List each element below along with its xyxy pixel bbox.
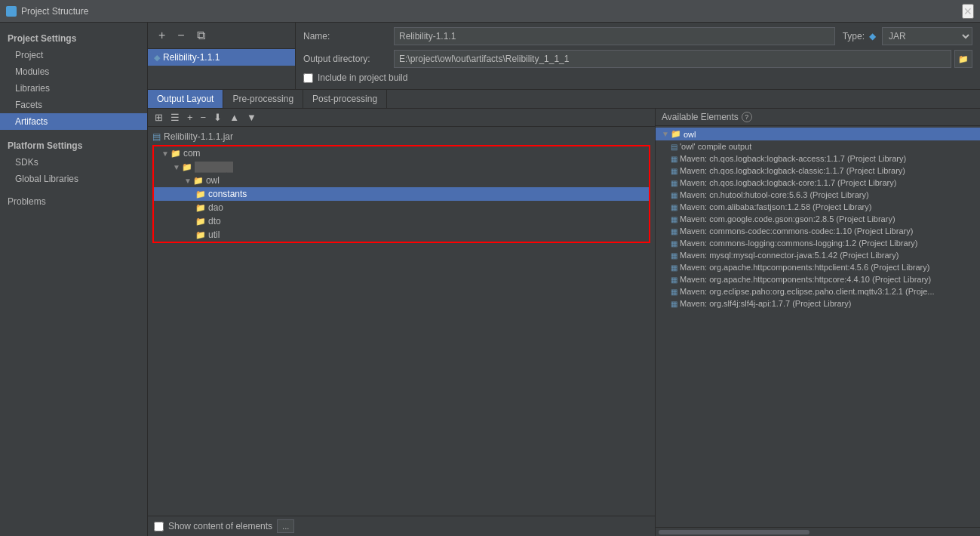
- sidebar-item-artifacts[interactable]: Artifacts: [0, 113, 147, 130]
- folder-icon-6: 📁: [195, 217, 206, 226]
- remove-artifact-button[interactable]: −: [174, 27, 187, 44]
- tab-post-processing[interactable]: Post-processing: [303, 90, 387, 108]
- maven-icon-9: ▦: [671, 263, 677, 272]
- tree-layout-btn[interactable]: ⊞: [152, 111, 165, 124]
- show-content-checkbox[interactable]: [154, 522, 164, 531]
- copy-artifact-button[interactable]: ⧉: [194, 27, 208, 44]
- expand-arrow-3: ▼: [184, 177, 192, 185]
- available-panel: Available Elements ? ▼ 📁 owl ▤ 'owl' com…: [656, 109, 980, 536]
- sidebar-item-global-libraries[interactable]: Global Libraries: [0, 171, 147, 187]
- tree-util-item[interactable]: 📁 util: [154, 228, 649, 242]
- maven-icon-2: ▦: [671, 179, 677, 187]
- output-dir-input[interactable]: [394, 50, 951, 68]
- tree-add-btn[interactable]: +: [185, 111, 195, 124]
- tree-constants-item[interactable]: 📁 constants: [154, 187, 649, 201]
- avail-maven-label-3: Maven: cn.hutool:hutool-core:5.6.3 (Proj…: [680, 190, 869, 199]
- avail-maven-label-11: Maven: org.eclipse.paho:org.eclipse.paho…: [680, 287, 935, 296]
- avail-maven-label-0: Maven: ch.qos.logback:logback-access:1.1…: [680, 154, 906, 163]
- maven-icon-4: ▦: [671, 203, 677, 211]
- tree-up-btn[interactable]: ▲: [227, 111, 241, 124]
- folder-icon-4: 📁: [195, 189, 206, 199]
- tab-pre-processing[interactable]: Pre-processing: [223, 90, 303, 108]
- include-project-build-label[interactable]: Include in project build: [318, 72, 407, 83]
- maven-icon-8: ▦: [671, 251, 677, 260]
- tree-com-item[interactable]: ▼ 📁 com: [154, 146, 649, 160]
- sidebar-item-project[interactable]: Project: [0, 47, 147, 63]
- maven-icon-5: ▦: [671, 215, 677, 223]
- close-button[interactable]: ✕: [962, 4, 974, 19]
- avail-compile-label: 'owl' compile output: [680, 142, 751, 151]
- avail-maven-item-7[interactable]: ▦ Maven: commons-logging:commons-logging…: [656, 237, 980, 249]
- avail-maven-item-12[interactable]: ▦ Maven: org.slf4j:slf4j-api:1.7.7 (Proj…: [656, 297, 980, 310]
- title-bar: Project Structure ✕: [0, 0, 980, 23]
- maven-icon-3: ▦: [671, 191, 677, 199]
- tree-panel: ⊞ ☰ + − ⬇ ▲ ▼ ▤ Relibility-1.1.1.jar: [148, 109, 656, 536]
- type-select[interactable]: JAR: [882, 27, 972, 45]
- tab-output-layout[interactable]: Output Layout: [148, 90, 223, 108]
- artifact-item[interactable]: ◆ Relibility-1.1.1: [148, 49, 295, 66]
- tree-content: ▤ Relibility-1.1.1.jar ▼ 📁 com ▼: [148, 127, 655, 516]
- avail-maven-label-8: Maven: mysql:mysql-connector-java:5.1.42…: [680, 251, 899, 260]
- avail-root-item[interactable]: ▼ 📁 owl: [656, 128, 980, 140]
- tree-root-label: Relibility-1.1.1.jar: [164, 131, 233, 142]
- tree-owl-item[interactable]: ▼ 📁 owl: [154, 174, 649, 187]
- tree-remove-btn[interactable]: −: [198, 111, 209, 124]
- sidebar-item-facets[interactable]: Facets: [0, 97, 147, 113]
- avail-maven-item-10[interactable]: ▦ Maven: org.apache.httpcomponents:httpc…: [656, 273, 980, 285]
- maven-icon-11: ▦: [671, 288, 677, 296]
- folder-icon-5: 📁: [195, 203, 206, 213]
- avail-maven-item-0[interactable]: ▦ Maven: ch.qos.logback:logback-access:1…: [656, 152, 980, 165]
- name-input[interactable]: [394, 27, 835, 45]
- avail-maven-item-8[interactable]: ▦ Maven: mysql:mysql-connector-java:5.1.…: [656, 249, 980, 261]
- tree-down-btn[interactable]: ▼: [244, 111, 259, 124]
- tree-dao-item[interactable]: 📁 dao: [154, 201, 649, 214]
- include-project-build-checkbox[interactable]: [303, 73, 313, 83]
- sidebar-item-problems[interactable]: Problems: [0, 193, 147, 210]
- horizontal-scrollbar[interactable]: [659, 530, 809, 534]
- avail-maven-label-6: Maven: commons-codec:commons-codec:1.10 …: [680, 226, 913, 236]
- show-content-label[interactable]: Show content of elements: [168, 521, 272, 531]
- sidebar-item-modules[interactable]: Modules: [0, 63, 147, 80]
- sidebar-item-libraries[interactable]: Libraries: [0, 80, 147, 97]
- maven-icon-12: ▦: [671, 300, 677, 308]
- tree-dto-item[interactable]: 📁 dto: [154, 214, 649, 228]
- tree-sort-btn[interactable]: ⬇: [211, 111, 224, 124]
- jar-icon: ▤: [152, 131, 161, 142]
- avail-maven-item-3[interactable]: ▦ Maven: cn.hutool:hutool-core:5.6.3 (Pr…: [656, 189, 980, 201]
- available-header-label: Available Elements: [662, 112, 739, 122]
- tree-blurred-item[interactable]: ▼ 📁 ██████: [154, 160, 649, 174]
- avail-maven-label-12: Maven: org.slf4j:slf4j-api:1.7.7 (Projec…: [680, 299, 851, 308]
- browse-folder-button[interactable]: 📁: [954, 50, 972, 68]
- tree-list-btn[interactable]: ☰: [168, 111, 182, 124]
- help-icon[interactable]: ?: [742, 112, 752, 122]
- type-label: Type:: [843, 31, 865, 42]
- more-options-button[interactable]: ...: [277, 519, 294, 533]
- maven-icon-10: ▦: [671, 276, 677, 284]
- avail-maven-item-9[interactable]: ▦ Maven: org.apache.httpcomponents:httpc…: [656, 261, 980, 273]
- output-dir-row: Output directory: 📁: [303, 50, 972, 68]
- platform-settings-title: Platform Settings: [0, 136, 147, 154]
- show-content-bar: Show content of elements ...: [148, 516, 655, 536]
- tree-constants-label: constants: [208, 189, 247, 199]
- artifact-toolbar: + − ⧉: [148, 23, 295, 49]
- add-artifact-button[interactable]: +: [155, 27, 168, 44]
- tree-and-available: ⊞ ☰ + − ⬇ ▲ ▼ ▤ Relibility-1.1.1.jar: [148, 109, 980, 536]
- folder-icon-7: 📁: [195, 230, 206, 240]
- artifact-icon: ◆: [154, 53, 160, 63]
- avail-compile-item[interactable]: ▤ 'owl' compile output: [656, 140, 980, 152]
- app-icon: [6, 6, 17, 17]
- avail-maven-item-5[interactable]: ▦ Maven: com.google.code.gson:gson:2.8.5…: [656, 213, 980, 225]
- avail-maven-item-11[interactable]: ▦ Maven: org.eclipse.paho:org.eclipse.pa…: [656, 285, 980, 297]
- available-header: Available Elements ?: [656, 109, 980, 126]
- sidebar-item-sdks[interactable]: SDKs: [0, 154, 147, 171]
- folder-icon-3: 📁: [193, 176, 204, 186]
- tree-root-item[interactable]: ▤ Relibility-1.1.1.jar: [148, 130, 655, 143]
- avail-maven-item-6[interactable]: ▦ Maven: commons-codec:commons-codec:1.1…: [656, 225, 980, 237]
- name-row: Name: Type: ◆ JAR: [303, 27, 972, 45]
- avail-maven-item-2[interactable]: ▦ Maven: ch.qos.logback:logback-core:1.1…: [656, 177, 980, 189]
- folder-icon: 📁: [171, 149, 181, 159]
- avail-maven-item-4[interactable]: ▦ Maven: com.alibaba:fastjson:1.2.58 (Pr…: [656, 201, 980, 213]
- avail-maven-item-1[interactable]: ▦ Maven: ch.qos.logback:logback-classic:…: [656, 165, 980, 177]
- avail-maven-label-5: Maven: com.google.code.gson:gson:2.8.5 (…: [680, 214, 896, 223]
- sidebar: Project Settings Project Modules Librari…: [0, 23, 148, 536]
